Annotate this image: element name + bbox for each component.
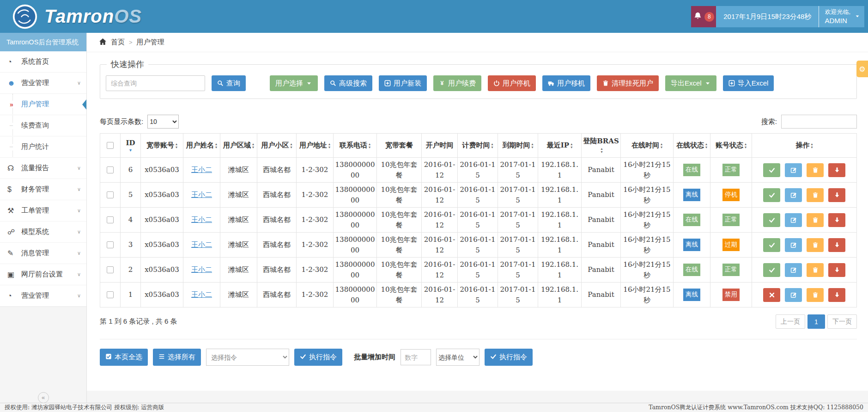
row-checkbox[interactable]	[107, 241, 114, 248]
edit-button[interactable]	[785, 163, 802, 177]
delete-button[interactable]	[807, 163, 824, 177]
column-header-11[interactable]: 计费时间▴▾	[458, 134, 498, 158]
column-header-4[interactable]: 用户姓名▴▾	[183, 134, 220, 158]
column-header-18[interactable]: 操作▴▾	[752, 134, 857, 158]
column-header-9[interactable]: 宽带套餐	[377, 134, 422, 158]
sidebar-subitem-2[interactable]: ┈续费查询	[0, 115, 86, 136]
table-search-input[interactable]	[781, 115, 857, 129]
execute-command-button-2[interactable]: 执行指令	[485, 349, 533, 366]
user-icon: ☻	[7, 79, 21, 87]
user-name-link[interactable]: 王小二	[191, 240, 212, 249]
download-button[interactable]	[828, 238, 845, 252]
row-checkbox[interactable]	[107, 266, 114, 273]
sidebar-item-2[interactable]: ☻营业管理∨	[0, 73, 86, 94]
toolbar-button-4[interactable]: 用户新装	[379, 75, 427, 91]
command-select[interactable]: 选择指令	[206, 349, 289, 366]
sort-icon: ▴▾	[252, 142, 254, 149]
download-button[interactable]	[828, 288, 845, 302]
sidebar-item-3[interactable]: ☊流量报告∨	[0, 158, 86, 179]
toolbar-button-8[interactable]: 清理挂死用户	[597, 75, 659, 91]
select-page-button[interactable]: 本页全选	[100, 349, 148, 366]
download-button[interactable]	[828, 213, 845, 227]
settings-pull-tab[interactable]: ⚙	[856, 61, 868, 77]
column-header-16[interactable]: 在线状态▴▾	[674, 134, 710, 158]
disable-button[interactable]	[763, 288, 780, 302]
column-header-17[interactable]: 账号状态▴▾	[710, 134, 752, 158]
approve-button[interactable]	[763, 238, 780, 252]
sidebar-item-9[interactable]: ◔营业管理∨	[0, 285, 86, 307]
edit-button[interactable]	[785, 263, 802, 277]
row-checkbox[interactable]	[107, 191, 114, 198]
row-checkbox[interactable]	[107, 166, 114, 173]
column-header-13[interactable]: 最近IP▴▾	[538, 134, 582, 158]
column-header-5[interactable]: 用户区域▴▾	[220, 134, 257, 158]
user-name-link[interactable]: 王小二	[191, 191, 212, 199]
toolbar-button-10[interactable]: 导入Excel	[723, 75, 774, 91]
approve-button[interactable]	[763, 213, 780, 227]
sidebar-collapse-button[interactable]: «	[38, 392, 49, 403]
user-name-link[interactable]: 王小二	[191, 290, 212, 299]
row-checkbox[interactable]	[107, 291, 114, 298]
column-header-15[interactable]: 在线时间▴▾	[621, 134, 674, 158]
breadcrumb-home[interactable]: 首页	[111, 38, 125, 47]
approve-button[interactable]	[763, 188, 780, 202]
delete-button[interactable]	[807, 288, 824, 302]
toolbar-button-5[interactable]: ¥用户续费	[433, 75, 481, 91]
toolbar-button-9[interactable]: 导出Excel	[665, 75, 716, 91]
sidebar-item-7[interactable]: ✎消息管理∨	[0, 243, 86, 264]
column-header-10[interactable]: 开户时间	[422, 134, 458, 158]
delete-button[interactable]	[807, 263, 824, 277]
column-header-2[interactable]: ID▾	[121, 134, 141, 158]
cell-region: 潍城区	[220, 233, 257, 258]
column-header-6[interactable]: 用户小区▴▾	[257, 134, 297, 158]
toolbar-button-3[interactable]: 高级搜索	[324, 75, 372, 91]
user-name-link[interactable]: 王小二	[191, 265, 212, 274]
sort-icon: ▴▾	[328, 142, 330, 149]
column-header-7[interactable]: 用户地址▴▾	[297, 134, 334, 158]
sidebar-subitem-3[interactable]: ┈用户统计	[0, 136, 86, 158]
sidebar-item-4[interactable]: $财务管理∨	[0, 179, 86, 200]
combined-search-input[interactable]	[106, 75, 205, 91]
page-size-select[interactable]: 10	[147, 115, 179, 129]
toolbar-button-2[interactable]: 用户选择	[270, 75, 318, 91]
delete-button[interactable]	[807, 238, 824, 252]
edit-button[interactable]	[785, 238, 802, 252]
approve-button[interactable]	[763, 263, 780, 277]
download-button[interactable]	[828, 163, 845, 177]
online-status-badge: 在线	[683, 264, 700, 276]
column-header-12[interactable]: 到期时间▴▾	[498, 134, 538, 158]
notifications-button[interactable]: 8	[691, 6, 716, 27]
download-button[interactable]	[828, 188, 845, 202]
current-page-button[interactable]: 1	[807, 314, 825, 329]
sidebar-item-8[interactable]: ▣网厅前台设置∨	[0, 264, 86, 285]
sidebar-subitem-1[interactable]: »用户管理	[0, 94, 86, 115]
edit-button[interactable]	[785, 188, 802, 202]
toolbar-button-1[interactable]: 查询	[212, 75, 246, 91]
execute-command-button[interactable]: 执行指令	[294, 349, 342, 366]
row-checkbox[interactable]	[107, 216, 114, 223]
toolbar-button-6[interactable]: 用户停机	[488, 75, 536, 91]
select-all-checkbox[interactable]	[107, 142, 114, 149]
sidebar-item-1[interactable]: ◔系统首页	[0, 51, 86, 73]
select-all-button[interactable]: 选择所有	[153, 349, 201, 366]
toolbar-button-7[interactable]: 用户移机	[542, 75, 590, 91]
edit-button[interactable]	[785, 288, 802, 302]
column-header-8[interactable]: 联系电话▴▾	[334, 134, 377, 158]
batch-number-input[interactable]	[401, 349, 431, 365]
edit-button[interactable]	[785, 213, 802, 227]
download-button[interactable]	[828, 263, 845, 277]
column-header-3[interactable]: 宽带账号▴▾	[141, 134, 183, 158]
cell-community: 西城名都	[257, 158, 297, 183]
prev-page-button[interactable]: 上一页	[776, 314, 805, 329]
sidebar-item-5[interactable]: ⚒工单管理∨	[0, 200, 86, 221]
approve-button[interactable]	[763, 163, 780, 177]
admin-menu[interactable]: 欢迎光临, ADMIN	[819, 6, 864, 27]
column-header-14[interactable]: 登陆BRAS▴▾	[582, 134, 621, 158]
user-name-link[interactable]: 王小二	[191, 166, 212, 174]
delete-button[interactable]	[807, 188, 824, 202]
unit-select[interactable]: 选择单位	[436, 349, 480, 366]
delete-button[interactable]	[807, 213, 824, 227]
next-page-button[interactable]: 下一页	[827, 314, 857, 329]
user-name-link[interactable]: 王小二	[191, 215, 212, 224]
sidebar-item-6[interactable]: ☍模型系统∨	[0, 221, 86, 243]
